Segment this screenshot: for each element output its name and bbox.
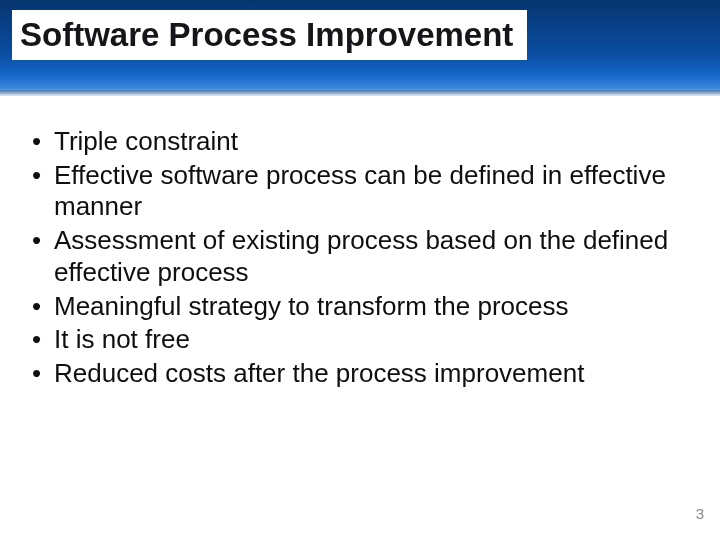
list-item: It is not free: [28, 324, 692, 356]
list-item: Assessment of existing process based on …: [28, 225, 692, 288]
list-item: Triple constraint: [28, 126, 692, 158]
slide-number: 3: [696, 505, 704, 522]
slide: Software Process Improvement Triple cons…: [0, 0, 720, 540]
slide-title: Software Process Improvement: [20, 16, 513, 54]
title-bar: Software Process Improvement: [0, 0, 720, 96]
list-item: Meaningful strategy to transform the pro…: [28, 291, 692, 323]
slide-body: Triple constraint Effective software pro…: [0, 96, 720, 390]
bullet-list: Triple constraint Effective software pro…: [28, 126, 692, 390]
title-box: Software Process Improvement: [12, 10, 527, 60]
list-item: Effective software process can be define…: [28, 160, 692, 223]
list-item: Reduced costs after the process improvem…: [28, 358, 692, 390]
